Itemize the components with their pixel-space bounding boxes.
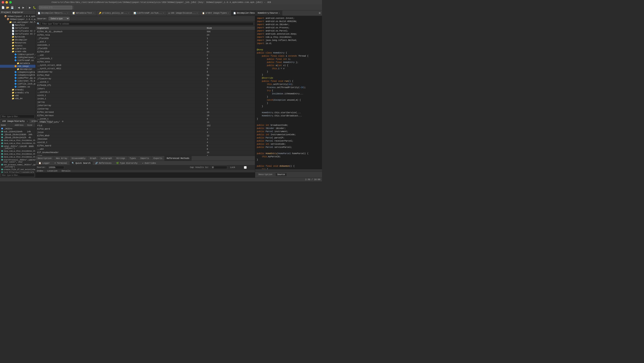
- tree-item-metadata[interactable]: 📁 metadata: [0, 62, 36, 65]
- tab-close[interactable]: ✕: [228, 12, 229, 14]
- right-panel-config[interactable]: ⚙: [318, 12, 322, 14]
- code-view[interactable]: import android.content.Intent; import an…: [255, 16, 322, 169]
- btab-graph[interactable]: Graph: [88, 156, 98, 161]
- ctab-quicksearch[interactable]: 🔍 Quick Search: [70, 162, 93, 165]
- toolbar-run[interactable]: ▶: [28, 6, 32, 10]
- minimize-button[interactable]: [6, 1, 8, 4]
- right-scrollbar[interactable]: [255, 169, 322, 171]
- hier-row-createfile[interactable]: create_file_if_not_exist(char*) 165A8h D…: [0, 168, 35, 171]
- table-row[interactable]: useconds_t4: [36, 44, 255, 47]
- tree-item-armeabi[interactable]: 📁 armeabi: [0, 88, 36, 91]
- table-row[interactable]: Elf64_36_32__GnuHash996: [36, 30, 255, 34]
- hier-row-java-thB[interactable]: Java_com_w_thsz_InsideUse_thB 13420h 5C0…: [0, 139, 35, 142]
- table-row[interactable]: uint8_t1: [36, 94, 255, 97]
- table-row[interactable]: uint32_t4: [36, 141, 255, 144]
- table-row[interactable]: __uint16_t2: [36, 90, 255, 94]
- tab-decompiler2[interactable]: 📄 decompiler/Descri... ✕: [231, 10, 255, 16]
- table-row[interactable]: Elf6428_Cfi32: [36, 84, 255, 87]
- hier-row-sub133a4[interactable]: sub_133A4 133A4h 14h: [0, 130, 35, 133]
- lock-checkbox[interactable]: [237, 166, 254, 169]
- table-row[interactable]: jfieldID8: [36, 47, 255, 50]
- table-row[interactable]: jboolean1: [36, 138, 255, 141]
- tree-item-decompiler2[interactable]: 📁 decompiler: [0, 68, 36, 71]
- ctab-terminal[interactable]: ⌨ Terminal: [52, 162, 69, 165]
- source-select[interactable]: Select a type: [49, 17, 70, 20]
- omnibox-input[interactable]: [39, 6, 72, 10]
- tree-item-cert[interactable]: 📄 Certificate: [0, 27, 36, 30]
- rtab-close[interactable]: ✕: [278, 12, 280, 14]
- tree-item-libpgl[interactable]: 🔷 libPglmetasec_ov.so: [0, 56, 36, 59]
- tab-close[interactable]: ✕: [93, 12, 94, 14]
- hier-row-jnienv[interactable]: _JNIEnv: [0, 128, 35, 130]
- table-row[interactable]: Elf32_Word4: [36, 128, 255, 131]
- tab-close-x86[interactable]: ✕: [27, 120, 28, 122]
- tree-item-x86_64[interactable]: 📁 x86_64: [0, 97, 36, 100]
- ctab-logger[interactable]: 📋 Logger: [36, 162, 52, 165]
- table-row[interactable]: __synth_struct_40118: [36, 67, 255, 70]
- hier-row-java-thA[interactable]: Java_com_w_thsz_InsideUse_thA 139E0h 30h: [0, 142, 35, 145]
- hier-row-java-thD[interactable]: Java_com_w_thsz_InsideUse_thD 14C6Ch 70C…: [0, 153, 35, 156]
- table-row[interactable]: _jfieldID1: [36, 37, 255, 40]
- table-row[interactable]: __int64_t8: [36, 118, 255, 121]
- console-source-input[interactable]: [48, 166, 64, 169]
- tree-item-decompiler[interactable]: 📁 decompiler: [0, 38, 36, 41]
- btab-strings[interactable]: Strings: [114, 156, 128, 161]
- table-row[interactable]: __u648: [36, 148, 255, 151]
- rbtab-description[interactable]: Description: [257, 173, 274, 176]
- tab-close[interactable]: ✕: [67, 12, 68, 14]
- ctab-typehierarchy[interactable]: 🌿 Type Hierarchy: [114, 162, 140, 165]
- tab-decompiler1[interactable]: 📄 decompiler/Descri... ✕: [36, 10, 70, 16]
- hier-row-z8sub25c9v[interactable]: _Z8sub_25c9v 1341Ch 4h: [0, 136, 35, 139]
- tree-item-manifest[interactable]: 📄 Manifest: [0, 24, 36, 27]
- tab-close[interactable]: ✕: [197, 12, 198, 14]
- toolbar-back[interactable]: ◀: [16, 6, 21, 10]
- project-search-input[interactable]: [1, 115, 34, 118]
- btab-referenced-methods[interactable]: Referenced Methods: [164, 156, 192, 161]
- btab-description[interactable]: Description: [36, 156, 54, 161]
- tree-item-libthreewp[interactable]: 🔷 libThreeWP.so: [0, 59, 36, 62]
- tree-item-arm64v8a[interactable]: 📁 arm64-v8a: [0, 50, 36, 53]
- table-row[interactable]: jfloatArray8: [36, 77, 255, 80]
- btab-callgraph[interactable]: Callgraph: [98, 156, 114, 161]
- hierarchy-search-input[interactable]: [1, 174, 34, 177]
- tree-item-assets[interactable]: 📁 Assets: [0, 44, 36, 47]
- table-row[interactable]: Elf64_Ehdr64: [36, 50, 255, 54]
- tree-item-apk[interactable]: 📦 360Wallpaper_1.0.4_apkcombo.com.apk: [0, 18, 36, 21]
- table-row[interactable]: int64_t8: [36, 97, 255, 101]
- toolbar-open[interactable]: 📂: [6, 6, 10, 10]
- tab-close[interactable]: ✕: [128, 12, 129, 14]
- tree-item-libencryptor[interactable]: 🔷 libEncryptorP.so: [0, 53, 36, 56]
- table-row[interactable]: jsize4: [36, 131, 255, 134]
- table-row[interactable]: Elf64_Nhdr12: [36, 134, 255, 138]
- console-content[interactable]: [36, 172, 255, 178]
- filter-input[interactable]: [41, 22, 254, 26]
- table-row[interactable]: Elf64_Phdr56: [36, 74, 255, 77]
- tree-item-root-jdb2[interactable]: 📦 360Wallpaper_1.0.4_apkcombo.com.apk.jd…: [0, 15, 36, 18]
- hier-row-java-thC[interactable]: Java_com_w_thsz_InsideUse_thC 14210h 288…: [0, 150, 35, 153]
- tree-item-libfilelock[interactable]: 🔷 libfile_lock_pg.so: [0, 82, 36, 85]
- ctab-references[interactable]: 🔗 References: [93, 162, 114, 165]
- project-tree[interactable]: 📦 360Wallpaper_1.0.4_apkcombo.com.apk.jd…: [0, 14, 36, 114]
- hier-row-java-thE[interactable]: Java_com_w_thsz_InsideUse_thE 15378h 204…: [0, 156, 35, 159]
- tree-item-cert3[interactable]: 📄 Certificate #3 (v3): [0, 32, 36, 36]
- tree-item-x86image[interactable]: 🔶 x86_image: [0, 65, 36, 68]
- tab-x86-hierarchy[interactable]: x86 image/Hierachy ✕: [0, 120, 30, 123]
- close-button[interactable]: [2, 1, 4, 4]
- hier-row-setprocessname[interactable]: set_process_name(_JNIEnv*, _jstring*) 16…: [0, 164, 35, 168]
- tree-item-libraries[interactable]: 📁 Libraries: [0, 47, 36, 50]
- maximize-button[interactable]: [9, 1, 12, 4]
- table-row[interactable]: jshort2: [36, 87, 255, 90]
- types-table-container[interactable]: Signature Size Elf64_36_32__GnuHash996el…: [36, 26, 255, 156]
- tab-metadata[interactable]: 📝 metadata/Text ✕: [70, 10, 96, 16]
- tree-item-cert2[interactable]: 📄 Certificate #2 (v2): [0, 30, 36, 32]
- tree-item-libmmkv[interactable]: 🔷 libmmkv.so: [0, 85, 36, 88]
- tree-item-bytecode[interactable]: 📁 Bytecode: [0, 36, 36, 38]
- cap-input[interactable]: [210, 166, 227, 169]
- hier-row-startprocess[interactable]: startProcess(_JNIEnv*, char const*, char…: [0, 159, 35, 164]
- tree-item-libbuffer[interactable]: 🔷 libbuffer_pg.so: [0, 76, 36, 80]
- btab-disassembly[interactable]: Disassembly: [70, 156, 88, 161]
- btab-hexarray[interactable]: Hex Array: [54, 156, 70, 161]
- table-row[interactable]: Elf64_Xword8: [36, 144, 255, 148]
- hierarchy-content[interactable]: _JNIEnv sub_133A4 133A4h 14h _Z8sub_25c8…: [0, 127, 36, 172]
- table-row[interactable]: Elf64_Vernaux16: [36, 114, 255, 118]
